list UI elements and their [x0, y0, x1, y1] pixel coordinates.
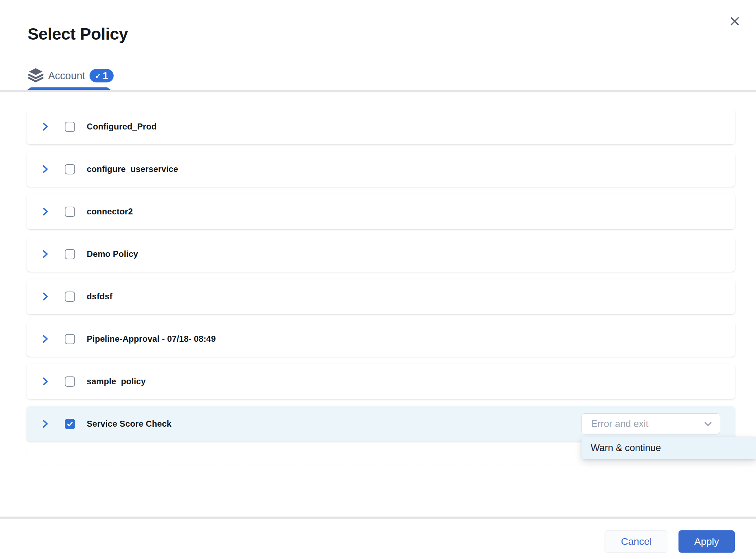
policy-row-3[interactable]: connector2 — [27, 194, 735, 229]
select-policy-modal: Select Policy Account ✓ 1 — [0, 0, 756, 559]
failure-action-dropdown-menu: Warn & continue — [582, 437, 756, 459]
chevron-down-icon — [703, 420, 713, 428]
apply-button[interactable]: Apply — [678, 530, 735, 553]
policy-list: Configured_Prod configure_userservice co… — [0, 0, 756, 559]
failure-action-value: Error and exit — [591, 419, 703, 430]
chevron-right-icon[interactable] — [41, 334, 50, 344]
policy-checkbox[interactable] — [65, 164, 75, 174]
policy-label: Demo Policy — [87, 236, 138, 272]
chevron-right-icon[interactable] — [41, 376, 50, 386]
policy-checkbox[interactable] — [65, 122, 75, 132]
policy-checkbox[interactable] — [65, 207, 75, 217]
dropdown-option-warn-continue[interactable]: Warn & continue — [582, 437, 756, 459]
policy-label: configure_userservice — [87, 151, 178, 187]
policy-row-1[interactable]: Configured_Prod — [27, 109, 735, 144]
policy-label: connector2 — [87, 194, 133, 229]
policy-row-7[interactable]: sample_policy — [27, 364, 735, 399]
policy-label: sample_policy — [87, 364, 146, 399]
policy-checkbox[interactable] — [65, 419, 75, 429]
policy-checkbox[interactable] — [65, 376, 75, 387]
policy-checkbox[interactable] — [65, 292, 75, 302]
policy-row-5[interactable]: dsfdsf — [27, 279, 735, 314]
policy-row-4[interactable]: Demo Policy — [27, 236, 735, 272]
check-icon — [66, 420, 74, 428]
cancel-button[interactable]: Cancel — [605, 530, 668, 553]
policy-checkbox[interactable] — [65, 334, 75, 344]
policy-row-8[interactable]: Service Score Check Error and exit — [27, 406, 735, 442]
chevron-right-icon[interactable] — [41, 292, 50, 301]
failure-action-select[interactable]: Error and exit — [582, 413, 720, 434]
policy-checkbox[interactable] — [65, 249, 75, 259]
chevron-right-icon[interactable] — [41, 207, 50, 217]
policy-row-6[interactable]: Pipeline-Approval - 07/18- 08:49 — [27, 321, 735, 357]
policy-label: Configured_Prod — [87, 109, 157, 144]
footer-divider — [0, 517, 756, 519]
policy-label: dsfdsf — [87, 279, 113, 314]
chevron-right-icon[interactable] — [41, 249, 50, 259]
chevron-right-icon[interactable] — [41, 164, 50, 174]
chevron-right-icon[interactable] — [41, 419, 50, 429]
chevron-right-icon[interactable] — [41, 122, 50, 132]
policy-label: Pipeline-Approval - 07/18- 08:49 — [87, 321, 216, 357]
policy-label: Service Score Check — [87, 406, 171, 442]
policy-row-2[interactable]: configure_userservice — [27, 151, 735, 187]
